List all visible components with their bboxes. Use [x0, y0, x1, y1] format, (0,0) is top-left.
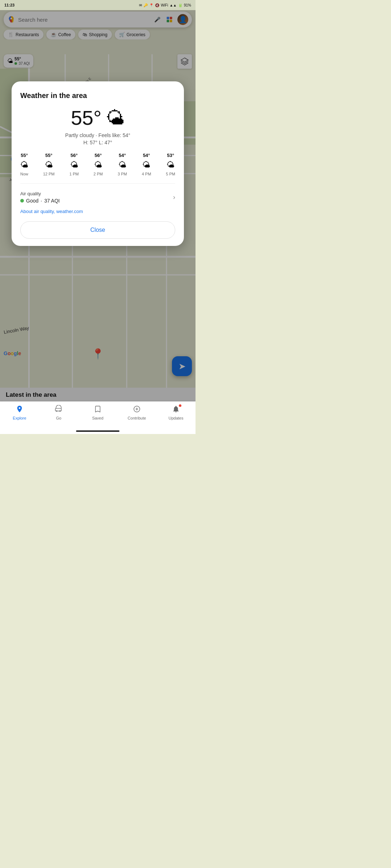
- mail-icon: ✉: [139, 3, 142, 7]
- close-button[interactable]: Close: [20, 221, 175, 239]
- hour-temp-12pm: 55°: [45, 153, 52, 158]
- hour-temp-5pm: 53°: [167, 153, 174, 158]
- chevron-right-icon: ›: [173, 193, 175, 201]
- weather-modal: Weather in the area 55° 🌤 Partly cloudy …: [12, 81, 184, 246]
- hour-temp-2pm: 56°: [94, 153, 102, 158]
- hour-label-1pm: 1 PM: [70, 172, 79, 176]
- air-quality-value: Good · 37 AQI: [20, 198, 60, 204]
- air-quality-status: Good: [26, 198, 38, 204]
- nav-contribute[interactable]: Contribute: [117, 405, 156, 420]
- air-quality-aqi: 37 AQI: [44, 198, 60, 204]
- saved-icon: [94, 405, 102, 415]
- hour-temp-now: 55°: [21, 153, 28, 158]
- battery-icon: 🔋: [178, 3, 182, 7]
- air-quality-title: Air quality: [20, 191, 60, 196]
- hour-icon-3pm: 🌤: [118, 160, 126, 170]
- nav-saved[interactable]: Saved: [78, 405, 117, 420]
- air-quality-section[interactable]: Air quality Good · 37 AQI ›: [20, 191, 175, 204]
- hour-icon-12pm: 🌤: [45, 160, 53, 170]
- location-icon: 📍: [149, 3, 154, 7]
- signal-icon: ▲▲: [169, 3, 177, 7]
- hour-temp-1pm: 56°: [71, 153, 78, 158]
- nav-updates[interactable]: Updates: [156, 405, 196, 420]
- hour-item-2pm: 56° 🌤 2 PM: [93, 153, 103, 176]
- svg-point-31: [19, 407, 21, 409]
- bottom-navigation: Explore Go Saved Contribute Updates: [0, 401, 196, 434]
- notification-badge: [179, 404, 181, 407]
- nav-go[interactable]: Go: [39, 405, 78, 420]
- hour-item-12pm: 55° 🌤 12 PM: [43, 153, 55, 176]
- explore-label: Explore: [13, 416, 26, 420]
- home-indicator: [76, 430, 119, 432]
- wifi-icon: WiFi: [161, 3, 168, 7]
- weather-high-low: H: 57° L: 47°: [20, 140, 175, 145]
- updates-icon: [172, 405, 180, 415]
- status-icons: ✉ 🔑 📍 🔇 WiFi ▲▲ 🔋 91%: [139, 3, 191, 7]
- hour-icon-1pm: 🌤: [70, 160, 78, 170]
- hour-label-2pm: 2 PM: [93, 172, 103, 176]
- hour-item-4pm: 54° 🌤 4 PM: [142, 153, 151, 176]
- nav-explore[interactable]: Explore: [0, 405, 39, 420]
- hour-label-now: Now: [20, 172, 28, 176]
- mute-icon: 🔇: [155, 3, 159, 7]
- hour-icon-now: 🌤: [20, 160, 28, 170]
- updates-label: Updates: [169, 416, 184, 420]
- go-label: Go: [56, 416, 62, 420]
- status-bar: 11:23 ✉ 🔑 📍 🔇 WiFi ▲▲ 🔋 91%: [0, 0, 196, 10]
- hour-icon-5pm: 🌤: [167, 160, 175, 170]
- hour-item-3pm: 54° 🌤 3 PM: [118, 153, 127, 176]
- air-quality-separator: ·: [41, 198, 42, 204]
- svg-point-33: [56, 410, 58, 412]
- hour-icon-4pm: 🌤: [142, 160, 150, 170]
- hour-label-3pm: 3 PM: [118, 172, 127, 176]
- key-icon: 🔑: [143, 3, 148, 7]
- air-quality-link[interactable]: About air quality, weather.com: [20, 209, 175, 214]
- status-time: 11:23: [4, 3, 14, 7]
- hour-item-5pm: 53° 🌤 5 PM: [166, 153, 175, 176]
- svg-point-34: [59, 410, 61, 412]
- explore-icon: [16, 405, 24, 415]
- air-quality-dot: [20, 199, 24, 203]
- hourly-forecast: 55° 🌤 Now 55° 🌤 12 PM 56° 🌤 1 PM 56° 🌤 2…: [20, 153, 175, 184]
- hour-label-12pm: 12 PM: [43, 172, 55, 176]
- weather-description: Partly cloudy · Feels like: 54°: [20, 132, 175, 138]
- hour-temp-4pm: 54°: [143, 153, 150, 158]
- main-temperature: 55°: [71, 108, 102, 128]
- contribute-icon: [133, 405, 141, 415]
- temp-display: 55° 🌤: [20, 107, 175, 129]
- air-quality-info: Air quality Good · 37 AQI: [20, 191, 60, 204]
- modal-title: Weather in the area: [20, 92, 175, 100]
- contribute-label: Contribute: [128, 416, 146, 420]
- hour-label-4pm: 4 PM: [142, 172, 151, 176]
- weather-condition-icon: 🌤: [106, 107, 125, 129]
- hour-temp-3pm: 54°: [119, 153, 126, 158]
- hour-item-now: 55° 🌤 Now: [20, 153, 28, 176]
- hour-item-1pm: 56° 🌤 1 PM: [70, 153, 79, 176]
- go-icon: [55, 405, 63, 415]
- battery-level: 91%: [184, 3, 191, 7]
- saved-label: Saved: [92, 416, 103, 420]
- hour-icon-2pm: 🌤: [94, 160, 102, 170]
- hour-label-5pm: 5 PM: [166, 172, 175, 176]
